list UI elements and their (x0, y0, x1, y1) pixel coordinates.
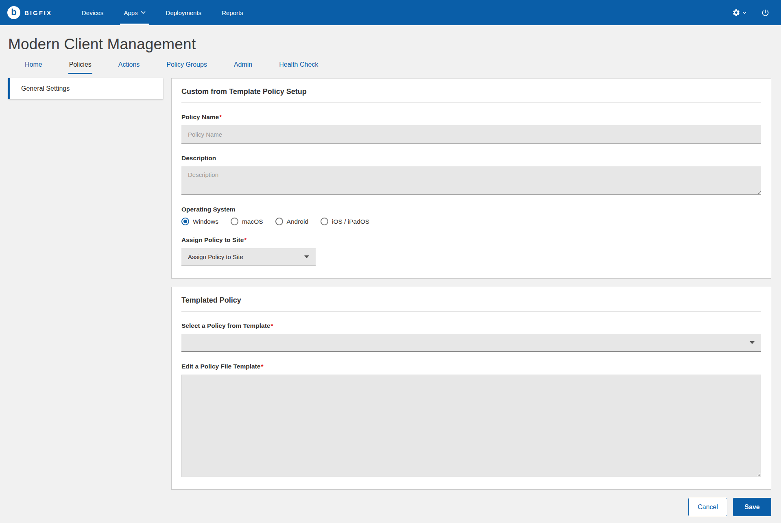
assign-site-select[interactable]: Assign Policy to Site (181, 248, 316, 266)
assign-site-field: Assign Policy to Site* Assign Policy to … (181, 236, 761, 266)
logout-button[interactable] (761, 9, 770, 17)
operating-system-field: Operating System Windows macOS Androi (181, 206, 761, 225)
settings-menu-button[interactable] (732, 9, 746, 17)
policy-name-label: Policy Name* (181, 113, 761, 121)
radio-android-label: Android (287, 218, 308, 225)
edit-template-field: Edit a Policy File Template* (181, 363, 761, 477)
radio-unselected-icon (321, 218, 328, 225)
radio-macos[interactable]: macOS (231, 218, 263, 225)
main-panel: Custom from Template Policy Setup Policy… (171, 78, 771, 520)
radio-windows-label: Windows (193, 218, 218, 225)
tab-policies[interactable]: Policies (68, 55, 92, 74)
chevron-down-icon (141, 11, 146, 14)
page-title: Modern Client Management (0, 36, 781, 53)
app-root: b BIGFIX Devices Apps Deployments Report… (0, 0, 781, 532)
form-actions: Cancel Save (171, 498, 771, 516)
gear-icon (732, 9, 740, 17)
navbar-actions (732, 9, 770, 17)
caret-down-icon (304, 255, 309, 258)
radio-unselected-icon (231, 218, 238, 225)
description-label: Description (181, 155, 761, 162)
edit-template-textarea[interactable] (181, 375, 761, 477)
required-asterisk: * (271, 322, 273, 329)
radio-ios-ipados[interactable]: iOS / iPadOS (321, 218, 369, 225)
nav-item-reports[interactable]: Reports (212, 0, 253, 25)
radio-ios-ipados-label: iOS / iPadOS (332, 218, 369, 225)
power-icon (761, 9, 770, 17)
tab-policy-groups[interactable]: Policy Groups (166, 55, 208, 74)
select-template-field: Select a Policy from Template* (181, 322, 761, 352)
sidebar-item-general-settings[interactable]: General Settings (8, 78, 163, 99)
select-template-select[interactable] (181, 334, 761, 352)
assign-site-label: Assign Policy to Site* (181, 236, 761, 244)
tab-admin[interactable]: Admin (233, 55, 253, 74)
logo-letter: b (11, 8, 16, 17)
nav-item-devices[interactable]: Devices (72, 0, 113, 25)
select-template-label-text: Select a Policy from Template (181, 322, 271, 329)
brand-name: BIGFIX (24, 9, 52, 16)
operating-system-label: Operating System (181, 206, 761, 213)
content-area: General Settings Custom from Template Po… (0, 75, 781, 520)
radio-windows[interactable]: Windows (181, 218, 218, 225)
os-radio-group: Windows macOS Android iOS / iPadOS (181, 218, 761, 225)
policy-name-input[interactable] (181, 125, 761, 144)
caret-down-icon (750, 341, 755, 344)
primary-nav: Devices Apps Deployments Reports (72, 0, 253, 25)
radio-macos-label: macOS (242, 218, 263, 225)
description-field: Description (181, 155, 761, 195)
edit-template-label-text: Edit a Policy File Template (181, 363, 260, 370)
assign-site-label-text: Assign Policy to Site (181, 236, 244, 243)
nav-item-deployments[interactable]: Deployments (156, 0, 212, 25)
custom-policy-setup-title: Custom from Template Policy Setup (181, 87, 761, 103)
tab-actions[interactable]: Actions (118, 55, 140, 74)
required-asterisk: * (219, 113, 222, 120)
edit-template-label: Edit a Policy File Template* (181, 363, 761, 370)
bigfix-logo-icon: b (7, 6, 20, 19)
tab-health-check[interactable]: Health Check (278, 55, 319, 74)
chevron-down-icon (742, 11, 746, 14)
description-textarea[interactable] (181, 166, 761, 195)
nav-item-apps[interactable]: Apps (113, 0, 155, 25)
sidebar: General Settings (8, 78, 163, 99)
tab-home[interactable]: Home (24, 55, 43, 74)
required-asterisk: * (261, 363, 263, 370)
tab-bar: Home Policies Actions Policy Groups Admi… (0, 55, 781, 74)
brand[interactable]: b BIGFIX (7, 6, 52, 19)
required-asterisk: * (244, 236, 247, 243)
templated-policy-card: Templated Policy Select a Policy from Te… (171, 287, 771, 490)
assign-site-select-value: Assign Policy to Site (188, 253, 243, 260)
radio-unselected-icon (275, 218, 283, 225)
policy-name-label-text: Policy Name (181, 113, 219, 120)
nav-item-apps-label: Apps (124, 9, 137, 16)
custom-policy-setup-card: Custom from Template Policy Setup Policy… (171, 78, 771, 279)
templated-policy-title: Templated Policy (181, 296, 761, 312)
select-template-label: Select a Policy from Template* (181, 322, 761, 329)
cancel-button[interactable]: Cancel (688, 498, 727, 516)
radio-selected-icon (181, 218, 189, 225)
bottom-strip (0, 523, 781, 532)
radio-android[interactable]: Android (275, 218, 308, 225)
top-navbar: b BIGFIX Devices Apps Deployments Report… (0, 0, 781, 25)
save-button[interactable]: Save (733, 498, 771, 516)
policy-name-field: Policy Name* (181, 113, 761, 144)
